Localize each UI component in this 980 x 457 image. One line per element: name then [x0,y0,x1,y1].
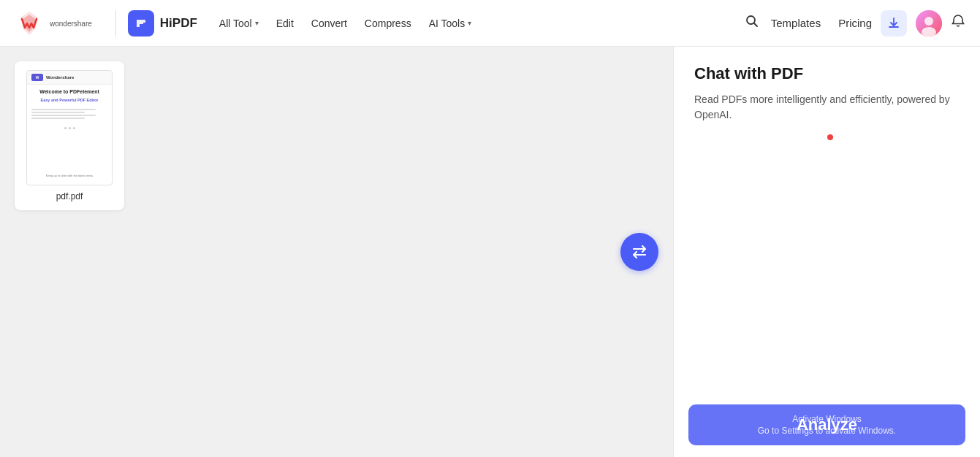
file-name: pdf.pdf [56,191,83,201]
thumb-dot-3 [73,127,75,129]
nav-right-links: Templates Pricing [771,17,872,29]
pdf-thumb-dots [31,127,107,129]
chevron-down-icon-2: ▾ [468,19,471,27]
nav-compress[interactable]: Compress [357,13,419,34]
download-button[interactable] [881,10,907,37]
user-avatar[interactable] [916,10,942,37]
nav-divider [115,10,116,37]
navbar: wondershare HiPDF All Tool ▾ Edit Conver… [0,0,980,47]
file-card[interactable]: W Wondershare Welcome to PDFelement Easy… [15,61,124,210]
nav-ai-tools[interactable]: AI Tools ▾ [422,13,479,34]
nav-convert[interactable]: Convert [304,13,354,34]
analyze-label: Analyze [797,415,857,434]
templates-link[interactable]: Templates [771,17,821,29]
pdf-thumb-header: W Wondershare [27,71,112,85]
wondershare-logo[interactable]: wondershare [15,9,92,38]
pricing-link[interactable]: Pricing [838,17,872,29]
swap-button[interactable] [620,233,658,271]
chat-description: Read PDFs more intelligently and efficie… [694,92,960,123]
thumb-line-3 [31,115,96,116]
hipdf-brand: HiPDF [128,10,197,37]
left-panel: W Wondershare Welcome to PDFelement Easy… [0,47,673,457]
pdf-thumb-title: Welcome to PDFelement [31,89,107,94]
nav-right: Templates Pricing [742,10,965,37]
pdf-thumb-brand: Wondershare [46,75,74,80]
thumb-line-1 [31,109,96,110]
search-button[interactable] [742,11,762,35]
chat-title: Chat with PDF [694,64,960,83]
svg-point-1 [747,16,755,24]
right-panel-header: Chat with PDF Read PDFs more intelligent… [674,47,980,123]
right-panel-body [674,123,980,393]
main-content: W Wondershare Welcome to PDFelement Easy… [0,47,980,457]
file-thumbnail: W Wondershare Welcome to PDFelement Easy… [26,70,113,185]
pdf-logo-small: W [31,74,43,81]
nav-all-tool[interactable]: All Tool ▾ [212,13,266,34]
pdf-thumb-subtitle: Easy and Powerful PDF Editor [31,98,107,102]
thumb-dot-2 [69,127,71,129]
notification-bell[interactable] [951,14,965,32]
file-grid: W Wondershare Welcome to PDFelement Easy… [15,61,658,210]
right-panel: Chat with PDF Read PDFs more intelligent… [673,47,980,457]
svg-point-3 [924,17,933,26]
analyze-button[interactable]: Activate Windows Go to Settings to activ… [688,404,965,445]
thumb-line-4 [31,118,85,119]
hipdf-icon [128,10,154,37]
pdf-thumb-lines [31,109,107,119]
nav-links: All Tool ▾ Edit Convert Compress AI Tool… [212,13,742,34]
logo-text: wondershare [50,20,92,28]
nav-edit[interactable]: Edit [269,13,301,34]
loading-indicator [827,134,833,140]
pdf-thumb-body: Welcome to PDFelement Easy and Powerful … [27,85,112,185]
thumb-line-2 [31,112,85,113]
thumb-dot-1 [64,127,67,129]
right-panel-footer: Activate Windows Go to Settings to activ… [674,393,980,457]
pdf-thumb-bottom-text: Keep up to date with the latest news [31,174,107,180]
hipdf-name: HiPDF [160,16,197,31]
chevron-down-icon: ▾ [255,19,259,27]
